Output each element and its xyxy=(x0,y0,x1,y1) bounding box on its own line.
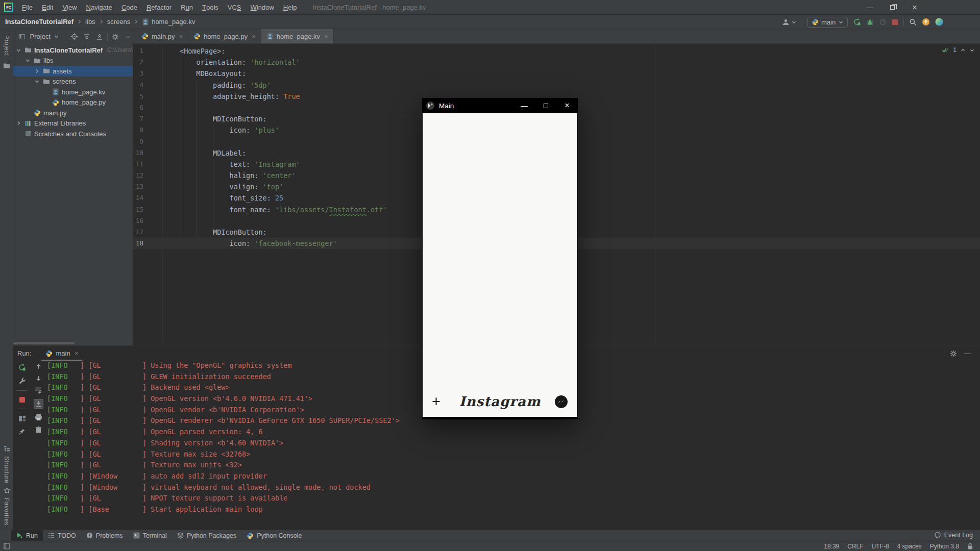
stripe-structure-label[interactable]: Structure xyxy=(3,456,10,483)
stop-button[interactable] xyxy=(892,19,898,26)
menu-help[interactable]: Help xyxy=(279,0,302,14)
app-window-titlebar[interactable]: Main — × xyxy=(422,98,578,113)
tab-home_page-kv[interactable]: home_page.kv× xyxy=(261,29,334,43)
hide-panel-button[interactable] xyxy=(123,31,133,42)
close-icon[interactable]: × xyxy=(324,33,328,40)
app-maximize-button[interactable] xyxy=(535,98,556,113)
tool-tab-todo[interactable]: TODO xyxy=(43,530,81,541)
chevron-right-icon[interactable] xyxy=(15,120,22,126)
status-utf-8[interactable]: UTF-8 xyxy=(872,543,889,550)
chevron-down-icon[interactable] xyxy=(33,79,40,84)
collapse-all-button[interactable] xyxy=(95,31,105,42)
tree-row-assets[interactable]: assets xyxy=(13,66,133,77)
stripe-favorites-label[interactable]: Favorites xyxy=(3,498,10,525)
pin-tab-button[interactable] xyxy=(18,428,26,435)
project-panel-title[interactable]: Project xyxy=(30,33,51,40)
app-minimize-button[interactable]: — xyxy=(513,98,535,113)
scroll-to-end-button[interactable] xyxy=(34,399,43,409)
update-notification-icon[interactable] xyxy=(922,18,930,26)
chevron-up-icon[interactable] xyxy=(960,47,966,53)
coverage-button[interactable] xyxy=(879,18,887,26)
tree-row-instaclonetutorialref[interactable]: InstaCloneTutorialRefC:\Users\tech xyxy=(13,45,133,56)
event-log-button[interactable]: Event Log xyxy=(934,530,973,541)
tab-home_page-py[interactable]: home_page.py× xyxy=(188,29,261,43)
settings-wrench-icon[interactable] xyxy=(18,377,26,385)
chevron-down-icon[interactable] xyxy=(24,58,31,63)
print-button[interactable] xyxy=(35,414,42,421)
chevron-down-icon[interactable] xyxy=(15,47,22,53)
tree-row-home-page-py[interactable]: home_page.py xyxy=(13,97,133,108)
tree-row-external-libraries[interactable]: External Libraries xyxy=(13,118,133,129)
gear-icon[interactable] xyxy=(111,31,120,42)
close-icon[interactable]: × xyxy=(75,349,79,357)
close-icon[interactable]: × xyxy=(252,33,256,40)
menu-vcs[interactable]: VCS xyxy=(223,0,246,14)
minimize-button[interactable]: — xyxy=(859,0,881,15)
menu-refactor[interactable]: Refactor xyxy=(142,0,176,14)
tool-tab-python-packages[interactable]: Python Packages xyxy=(172,530,241,541)
tab-main-py[interactable]: main.py× xyxy=(136,29,188,43)
run-config-selector[interactable]: main xyxy=(807,17,848,28)
menu-view[interactable]: View xyxy=(58,0,81,14)
project-toolwindow-icon[interactable] xyxy=(3,62,10,69)
add-post-button[interactable]: + xyxy=(432,394,440,409)
breadcrumb-segment[interactable]: libs xyxy=(85,18,95,26)
toolwindow-toggle-icon[interactable] xyxy=(4,543,10,549)
profile-icon[interactable] xyxy=(935,18,943,26)
run-button[interactable] xyxy=(853,18,861,26)
run-tab-main[interactable]: main × xyxy=(41,346,82,361)
tree-row-scratches-and-consoles[interactable]: Scratches and Consoles xyxy=(13,129,133,139)
restore-layout-button[interactable] xyxy=(18,415,26,422)
chevron-down-icon[interactable] xyxy=(54,34,59,39)
hide-panel-button[interactable]: — xyxy=(964,349,971,357)
kivy-app-window[interactable]: Main — × + Instagram xyxy=(422,98,578,419)
stripe-project-label[interactable]: Project xyxy=(3,35,10,56)
star-icon[interactable] xyxy=(4,487,10,494)
collaborate-button[interactable] xyxy=(782,18,797,26)
breadcrumb-file[interactable]: home_page.kv xyxy=(142,18,195,26)
search-everywhere-button[interactable] xyxy=(909,18,917,26)
stop-button[interactable] xyxy=(19,396,26,403)
rerun-button[interactable] xyxy=(18,363,26,371)
status-crlf[interactable]: CRLF xyxy=(847,543,863,550)
menu-file[interactable]: File xyxy=(17,0,37,14)
clear-console-button[interactable] xyxy=(35,426,42,433)
tree-row-home-page-kv[interactable]: home_page.kv xyxy=(13,87,133,97)
status-18-39[interactable]: 18:39 xyxy=(824,543,839,550)
menu-tools[interactable]: Tools xyxy=(198,0,223,14)
menu-navigate[interactable]: Navigate xyxy=(82,0,117,14)
locate-file-button[interactable] xyxy=(69,31,79,42)
up-stacktrace-button[interactable] xyxy=(35,363,42,370)
chevron-down-icon[interactable] xyxy=(969,47,975,53)
menu-code[interactable]: Code xyxy=(117,0,142,14)
status-python-3-8[interactable]: Python 3.8 xyxy=(930,543,959,550)
restore-button[interactable] xyxy=(881,0,903,15)
menu-run[interactable]: Run xyxy=(176,0,198,14)
close-icon[interactable]: × xyxy=(179,33,183,40)
breadcrumb-project[interactable]: InstaCloneTutorialRef xyxy=(5,18,74,26)
tree-row-screens[interactable]: screens xyxy=(13,77,133,87)
gear-icon[interactable] xyxy=(950,350,957,357)
soft-wrap-button[interactable] xyxy=(35,387,42,394)
chevron-right-icon[interactable] xyxy=(33,68,40,74)
kv-file-icon xyxy=(266,33,274,40)
menu-edit[interactable]: Edit xyxy=(37,0,58,14)
down-stacktrace-button[interactable] xyxy=(35,375,42,382)
status-4-spaces[interactable]: 4 spaces xyxy=(897,543,922,550)
structure-icon[interactable] xyxy=(4,445,10,452)
tool-tab-problems[interactable]: Problems xyxy=(81,530,128,541)
menu-window[interactable]: Window xyxy=(246,0,279,14)
horizontal-scrollbar[interactable] xyxy=(13,342,75,344)
tool-tab-python-console[interactable]: Python Console xyxy=(241,530,307,541)
expand-all-button[interactable] xyxy=(82,31,92,42)
messenger-icon[interactable] xyxy=(554,395,568,409)
app-close-button[interactable]: × xyxy=(556,98,578,113)
breadcrumb-segment[interactable]: screens xyxy=(107,18,131,26)
debug-button[interactable] xyxy=(866,18,874,26)
tool-tab-terminal[interactable]: Terminal xyxy=(128,530,172,541)
tree-row-main-py[interactable]: main.py xyxy=(13,108,133,118)
lock-icon[interactable] xyxy=(967,543,973,549)
close-button[interactable]: × xyxy=(903,0,926,15)
tree-row-libs[interactable]: libs xyxy=(13,56,133,66)
tool-tab-run[interactable]: Run xyxy=(11,530,43,541)
